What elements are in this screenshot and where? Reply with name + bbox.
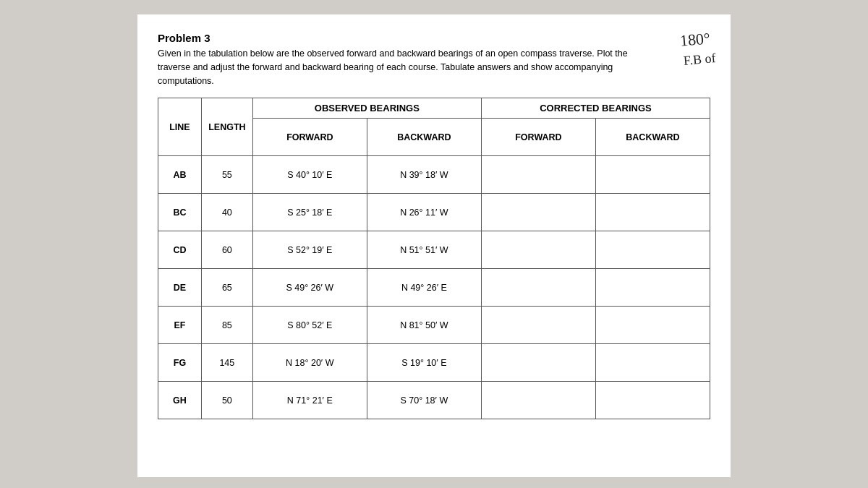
bwd-cor-cell (595, 344, 710, 382)
table-row: AB55S 40° 10′ EN 39° 18′ W (158, 156, 710, 194)
fwd-obs-cell: S 52° 19′ E (252, 231, 367, 269)
length-cell: 145 (201, 344, 252, 382)
bwd-cor-cell (595, 269, 710, 307)
bwd-obs-cell: N 81° 50′ W (367, 307, 481, 344)
bwd-obs-cell: N 49° 26′ E (367, 269, 481, 307)
col-header-bwd-obs: BACKWARD (367, 119, 481, 156)
col-header-length: LENGTH (201, 98, 252, 156)
table-row: CD60S 52° 19′ EN 51° 51′ W (158, 231, 710, 269)
fwd-obs-cell: N 71° 21′ E (252, 382, 367, 419)
length-cell: 40 (201, 194, 252, 231)
bwd-cor-cell (595, 156, 710, 194)
fwd-cor-cell (481, 231, 595, 269)
bwd-obs-cell: N 51° 51′ W (367, 231, 481, 269)
line-cell: FG (158, 344, 202, 382)
length-cell: 55 (201, 156, 252, 194)
handwritten-fbo: F.B of (684, 51, 717, 69)
bwd-cor-cell (595, 307, 710, 344)
fwd-obs-cell: S 49° 26′ W (252, 269, 367, 307)
header-corrected: CORRECTED BEARINGS (481, 98, 710, 119)
table-row: FG145N 18° 20′ WS 19° 10′ E (158, 344, 710, 382)
table-row: EF85S 80° 52′ EN 81° 50′ W (158, 307, 710, 344)
fwd-cor-cell (481, 344, 595, 382)
length-cell: 65 (201, 269, 252, 307)
bwd-cor-cell (595, 382, 710, 419)
bwd-obs-cell: N 39° 18′ W (367, 156, 481, 194)
col-header-line: LINE (158, 98, 202, 156)
line-cell: GH (158, 382, 202, 419)
col-header-fwd-obs: FORWARD (252, 119, 367, 156)
length-cell: 60 (201, 231, 252, 269)
fwd-obs-cell: S 40° 10′ E (252, 156, 367, 194)
fwd-obs-cell: N 18° 20′ W (252, 344, 367, 382)
table-row: GH50N 71° 21′ ES 70° 18′ W (158, 382, 710, 419)
line-cell: EF (158, 307, 202, 344)
problem-description: Given in the tabulation below are the ob… (158, 47, 650, 87)
length-cell: 85 (201, 307, 252, 344)
line-cell: DE (158, 269, 202, 307)
col-header-bwd-cor: BACKWARD (595, 119, 710, 156)
bwd-cor-cell (595, 194, 710, 231)
table-row: BC40S 25° 18′ EN 26° 11′ W (158, 194, 710, 231)
bwd-cor-cell (595, 231, 710, 269)
line-cell: AB (158, 156, 202, 194)
fwd-cor-cell (481, 194, 595, 231)
col-header-fwd-cor: FORWARD (481, 119, 595, 156)
handwritten-1800: 180° (679, 29, 711, 51)
bwd-obs-cell: N 26° 11′ W (367, 194, 481, 231)
fwd-obs-cell: S 25° 18′ E (252, 194, 367, 231)
bwd-obs-cell: S 70° 18′ W (367, 382, 481, 419)
length-cell: 50 (201, 382, 252, 419)
bearings-table: LINE LENGTH OBSERVED BEARINGS CORRECTED … (158, 98, 710, 419)
table-row: DE65S 49° 26′ WN 49° 26′ E (158, 269, 710, 307)
line-cell: BC (158, 194, 202, 231)
fwd-cor-cell (481, 156, 595, 194)
fwd-obs-cell: S 80° 52′ E (252, 307, 367, 344)
fwd-cor-cell (481, 269, 595, 307)
bwd-obs-cell: S 19° 10′ E (367, 344, 481, 382)
page: Problem 3 Given in the tabulation below … (137, 14, 731, 477)
problem-title: Problem 3 (158, 32, 710, 44)
fwd-cor-cell (481, 307, 595, 344)
fwd-cor-cell (481, 382, 595, 419)
header-observed: OBSERVED BEARINGS (252, 98, 481, 119)
line-cell: CD (158, 231, 202, 269)
